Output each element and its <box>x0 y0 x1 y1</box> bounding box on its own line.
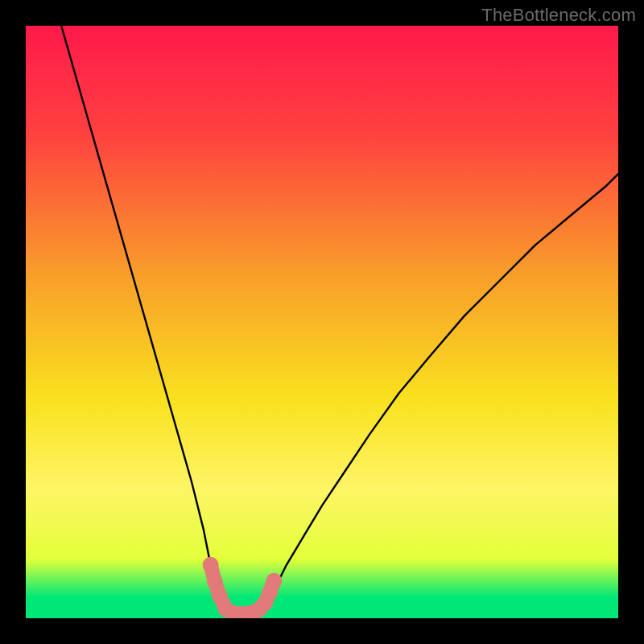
chart-frame: TheBottleneck.com <box>0 0 644 644</box>
attribution-label: TheBottleneck.com <box>481 5 636 26</box>
gradient-background <box>26 26 618 618</box>
chart-plot <box>26 26 618 618</box>
highlight-dot <box>203 557 219 573</box>
highlight-dot <box>266 573 282 589</box>
highlight-dot <box>207 573 223 589</box>
